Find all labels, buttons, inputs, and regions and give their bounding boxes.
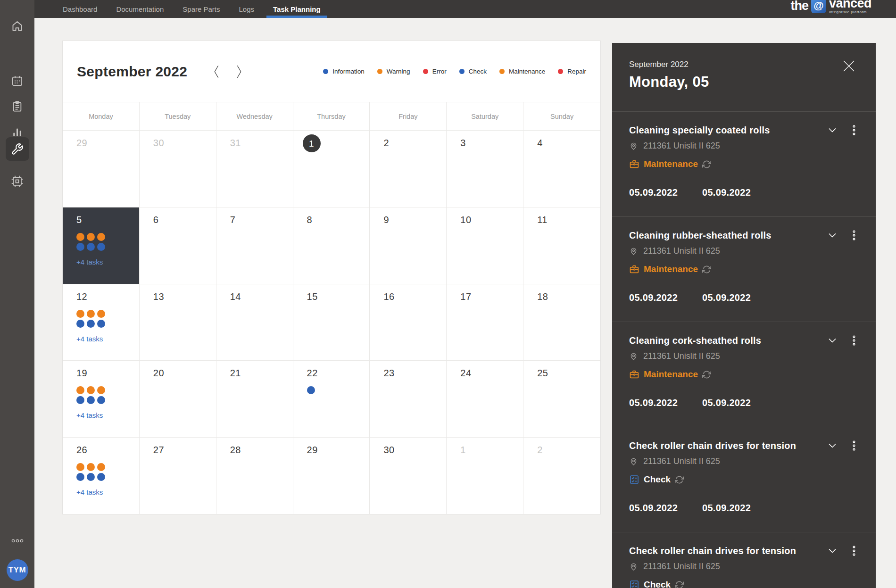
tab-documentation[interactable]: Documentation [107,0,173,18]
calendar-day-cell-2[interactable]: 2 [523,438,600,514]
calendar-day-cell-8[interactable]: 8 [293,207,370,284]
calendar-day-cell-1[interactable]: 1 [447,438,523,514]
sidebar-item-home[interactable] [6,14,29,38]
calendar-day-cell-23[interactable]: 23 [370,361,447,437]
task-dot-orange [87,310,95,318]
tab-task-planning[interactable]: Task Planning [264,0,330,18]
calendar-day-cell-12[interactable]: 12+4 tasks [63,284,140,361]
legend-label: Error [432,68,447,75]
clipboard-icon [11,100,24,113]
user-avatar[interactable]: TYM [7,559,28,581]
task-location: 211361 Unislit II 625 [629,456,859,466]
task-card: Cleaning rubber-sheathed rolls 211361 Un… [612,217,876,322]
day-number: 30 [383,445,394,455]
calendar-day-cell-30[interactable]: 30 [140,131,216,207]
more-tasks-link[interactable]: +4 tasks [76,258,139,266]
sidebar-item-logs[interactable] [6,94,29,118]
calendar-day-cell-19[interactable]: 19+4 tasks [63,361,140,437]
expand-task-button[interactable] [827,440,838,451]
calendar-day-cell-15[interactable]: 15 [293,284,370,361]
calendar-day-cell-18[interactable]: 18 [523,284,600,361]
sidebar-item-maintenance[interactable] [6,137,29,161]
calendar-day-cell-6[interactable]: 6 [140,207,216,284]
day-number: 24 [460,368,471,378]
sidebar-more-button[interactable] [10,538,25,544]
day-number: 12 [76,292,87,301]
check-square-icon [629,474,639,485]
close-panel-button[interactable] [841,58,857,74]
calendar-nav [212,64,244,80]
previous-month-button[interactable] [212,64,222,80]
calendar-day-cell-24[interactable]: 24 [447,361,523,437]
calendar-day-cell-31[interactable]: 31 [216,131,293,207]
calendar-day-cell-17[interactable]: 17 [447,284,523,361]
task-menu-button[interactable] [849,124,859,136]
task-dates: 05.09.2022 05.09.2022 [629,503,859,513]
kebab-icon [849,440,859,451]
sync-icon [702,370,711,379]
day-number: 19 [76,368,87,378]
task-end-date: 05.09.2022 [702,398,751,408]
chevron-down-icon [827,545,838,556]
day-number: 28 [230,445,241,455]
task-dot-blue [87,243,95,251]
more-tasks-link[interactable]: +4 tasks [76,411,139,419]
calendar-day-cell-9[interactable]: 9 [370,207,447,284]
chevron-left-icon [213,65,221,79]
calendar-day-cell-26[interactable]: 26+4 tasks [63,438,140,514]
calendar-day-cell-20[interactable]: 20 [140,361,216,437]
calendar-day-cell-7[interactable]: 7 [216,207,293,284]
calendar-day-cell-29[interactable]: 29 [63,131,140,207]
day-number: 11 [537,215,548,224]
calendar-day-cell-4[interactable]: 4 [523,131,600,207]
chevron-right-icon [235,65,243,79]
task-dot-orange [87,233,95,241]
calendar-day-cell-16[interactable]: 16 [370,284,447,361]
tab-spare-parts[interactable]: Spare Parts [173,0,229,18]
legend-dot-icon [459,69,465,74]
task-menu-button[interactable] [849,440,859,451]
task-dot-orange [76,463,84,471]
calendar-day-cell-30[interactable]: 30 [370,438,447,514]
task-menu-button[interactable] [849,545,859,556]
chevron-down-icon [827,440,838,451]
calendar-day-cell-21[interactable]: 21 [216,361,293,437]
calendar-day-cell-25[interactable]: 25 [523,361,600,437]
next-month-button[interactable] [234,64,244,80]
tab-dashboard[interactable]: Dashboard [53,0,107,18]
task-end-date: 05.09.2022 [702,503,751,513]
legend-label: Warning [387,68,410,75]
calendar-day-cell-2[interactable]: 2 [370,131,447,207]
task-menu-button[interactable] [849,335,859,346]
sync-icon [675,475,684,484]
task-location-text: 211361 Unislit II 625 [643,562,720,571]
more-tasks-link[interactable]: +4 tasks [76,488,139,496]
calendar-day-cell-28[interactable]: 28 [216,438,293,514]
expand-task-button[interactable] [827,124,838,136]
calendar-grid: 29303112345+4 tasks6789101112+4 tasks131… [63,130,600,514]
tab-logs[interactable]: Logs [230,0,264,18]
sidebar-item-system[interactable] [6,169,29,193]
check-square-icon [629,580,639,588]
legend-item-maintenance: Maintenance [499,68,545,75]
task-dot-group [307,386,336,394]
sidebar-item-calendar[interactable] [6,69,29,92]
calendar-day-cell-29[interactable]: 29 [293,438,370,514]
calendar-day-cell-10[interactable]: 10 [447,207,523,284]
calendar-day-cell-13[interactable]: 13 [140,284,216,361]
calendar-day-cell-22[interactable]: 22 [293,361,370,437]
expand-task-button[interactable] [827,335,838,346]
expand-task-button[interactable] [827,545,838,556]
calendar-day-cell-5[interactable]: 5+4 tasks [63,207,140,284]
calendar-day-cell-14[interactable]: 14 [216,284,293,361]
calendar-month-title: September 2022 [77,64,187,80]
expand-task-button[interactable] [827,230,838,241]
task-menu-button[interactable] [849,230,859,241]
calendar-day-cell-11[interactable]: 11 [523,207,600,284]
calendar-day-cell-27[interactable]: 27 [140,438,216,514]
weekday-header-wednesday: Wednesday [216,102,293,130]
calendar-day-cell-1[interactable]: 1 [293,131,370,207]
task-category-label: Maintenance [644,264,698,274]
more-tasks-link[interactable]: +4 tasks [76,335,139,343]
calendar-day-cell-3[interactable]: 3 [447,131,523,207]
